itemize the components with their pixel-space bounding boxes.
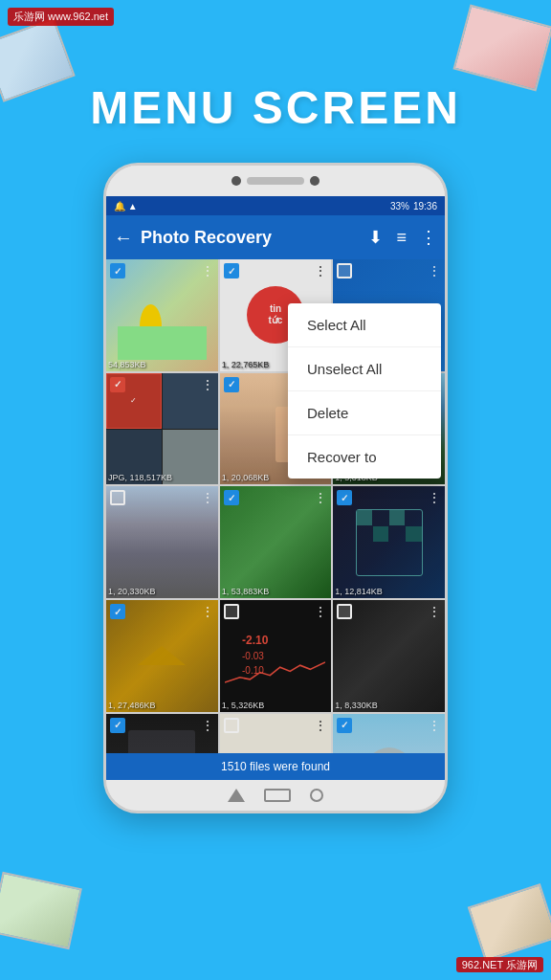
- back-button[interactable]: ←: [114, 227, 133, 249]
- header-actions: ⬇ ≡ ⋮: [368, 227, 437, 248]
- phone-screen: 🔔 ▲ 33% 19:36 ← Photo Recovery ⬇ ≡ ⋮: [106, 196, 445, 780]
- time-display: 19:36: [413, 201, 437, 212]
- nav-recent-button[interactable]: [310, 789, 323, 802]
- battery-level: 33%: [390, 201, 409, 212]
- app-footer: 1510 files were found: [106, 753, 445, 780]
- dropdown-menu: Select All Unselect All Delete Recover t…: [288, 303, 441, 479]
- phone-frame: 🔔 ▲ 33% 19:36 ← Photo Recovery ⬇ ≡ ⋮: [103, 163, 448, 813]
- status-icons: 🔔 ▲: [114, 201, 386, 212]
- nav-home-button[interactable]: [264, 789, 291, 802]
- decorative-photo-tr: [452, 5, 551, 92]
- watermark-top: 乐游网 www.962.net: [8, 8, 114, 26]
- phone-top-bezel: [106, 166, 445, 196]
- decorative-photo-bl: [0, 872, 82, 949]
- decorative-photo-br: [468, 883, 551, 962]
- phone-speaker: [310, 176, 320, 186]
- dropdown-unselect-all[interactable]: Unselect All: [288, 347, 441, 391]
- footer-text: 1510 files were found: [221, 760, 330, 773]
- phone-bottom-bezel: [106, 780, 445, 811]
- app-header: ← Photo Recovery ⬇ ≡ ⋮: [106, 215, 445, 259]
- dropdown-select-all[interactable]: Select All: [288, 303, 441, 347]
- download-icon[interactable]: ⬇: [368, 227, 383, 248]
- watermark-bottom: 962.NET 乐游网: [456, 955, 543, 972]
- header-title: Photo Recovery: [141, 228, 368, 248]
- filter-icon[interactable]: ≡: [396, 228, 407, 248]
- status-bar: 🔔 ▲ 33% 19:36: [106, 196, 445, 215]
- dropdown-delete[interactable]: Delete: [288, 391, 441, 435]
- page-title: MENU SCREEN: [0, 81, 551, 134]
- more-options-icon[interactable]: ⋮: [420, 227, 437, 248]
- phone-sensors: [247, 177, 304, 185]
- phone-camera: [231, 176, 241, 186]
- nav-back-button[interactable]: [228, 789, 245, 802]
- dropdown-recover-to[interactable]: Recover to: [288, 435, 441, 479]
